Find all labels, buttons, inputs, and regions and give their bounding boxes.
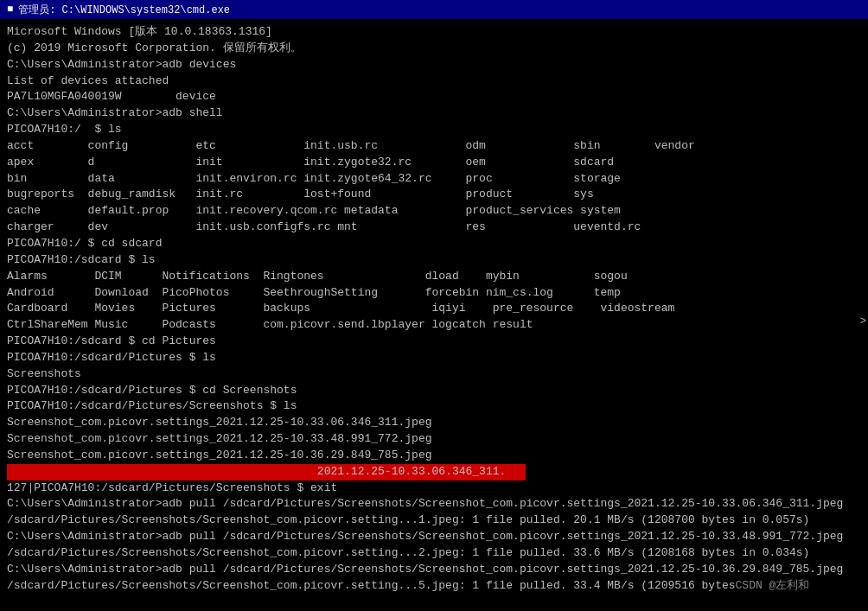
- terminal-line: Screenshot_com.picovr.settings_2021.12.2…: [7, 415, 861, 431]
- terminal: Microsoft Windows [版本 10.0.18363.1316](c…: [0, 19, 868, 611]
- terminal-lines: Microsoft Windows [版本 10.0.18363.1316](c…: [7, 24, 861, 595]
- terminal-line: PICOA7H10:/sdcard/Pictures $ ls: [7, 350, 861, 366]
- terminal-line: bugreports debug_ramdisk init.rc lost+fo…: [7, 187, 861, 203]
- terminal-line: Screenshot_com.picovr.settings_2021.12.2…: [7, 431, 861, 448]
- terminal-line: bin data init.environ.rc init.zygote64_3…: [7, 171, 861, 188]
- scroll-indicator[interactable]: >: [860, 315, 866, 328]
- terminal-line: Cardboard Movies Pictures backups iqiyi …: [7, 301, 861, 317]
- terminal-line: C:\Users\Administrator>adb pull /sdcard/…: [7, 562, 861, 578]
- terminal-line: Alarms DCIM Notifications Ringtones dloa…: [7, 269, 861, 285]
- terminal-line: PICOA7H10:/ $ cd sdcard: [7, 236, 861, 252]
- terminal-line: PICOA7H10:/sdcard $ cd Pictures: [7, 334, 861, 350]
- terminal-line: cache default.prop init.recovery.qcom.rc…: [7, 203, 861, 220]
- terminal-line: charger dev init.usb.configfs.rc mnt res…: [7, 220, 861, 236]
- terminal-line: C:\Users\Administrator>adb pull /sdcard/…: [7, 496, 861, 512]
- terminal-line: acct config etc init.usb.rc odm sbin ven…: [7, 138, 861, 155]
- terminal-line: Screenshots: [7, 366, 861, 383]
- terminal-line: CtrlShareMem Music Podcasts com.picovr.s…: [7, 317, 861, 334]
- title-bar-icon: ■: [7, 3, 13, 16]
- terminal-line: C:\Users\Administrator>adb pull /sdcard/…: [7, 529, 861, 545]
- terminal-line: (c) 2019 Microsoft Corporation. 保留所有权利。: [7, 41, 861, 57]
- terminal-line: Microsoft Windows [版本 10.0.18363.1316]: [7, 24, 861, 41]
- terminal-line: C:\Users\Administrator>adb shell: [7, 105, 861, 122]
- terminal-line: apex d init init.zygote32.rc oem sdcard: [7, 155, 861, 171]
- watermark: CSDN @左利和: [736, 579, 810, 592]
- terminal-line: /sdcard/Pictures/Screenshots/Screenshot_…: [7, 512, 861, 529]
- terminal-line: /sdcard/Pictures/Screenshots/Screenshot_…: [7, 578, 861, 595]
- title-bar-label: 管理员: C:\WINDOWS\system32\cmd.exe: [18, 3, 230, 17]
- terminal-line: 127|PICOA7H10:/sdcard/Pictures/Screensho…: [7, 481, 861, 497]
- terminal-line: PICOA7H10:/sdcard $ ls: [7, 252, 861, 269]
- terminal-line: Android Download PicoPhotos SeethroughSe…: [7, 285, 861, 302]
- title-bar: ■ 管理员: C:\WINDOWS\system32\cmd.exe: [0, 0, 868, 19]
- terminal-line: PICOA7H10:/sdcard/Pictures $ cd Screensh…: [7, 383, 861, 399]
- highlighted-line: 2021.12.25-10.33.06.346_311.: [7, 464, 526, 481]
- terminal-line: List of devices attached: [7, 73, 861, 90]
- terminal-line: /sdcard/Pictures/Screenshots/Screenshot_…: [7, 545, 861, 562]
- terminal-line: C:\Users\Administrator>adb devices: [7, 57, 861, 73]
- terminal-line: PICOA7H10:/ $ ls: [7, 122, 861, 138]
- terminal-line: PA7L10MGFA040019W device: [7, 89, 861, 105]
- terminal-line: Screenshot_com.picovr.settings_2021.12.2…: [7, 448, 861, 464]
- terminal-line: PICOA7H10:/sdcard/Pictures/Screenshots $…: [7, 398, 861, 415]
